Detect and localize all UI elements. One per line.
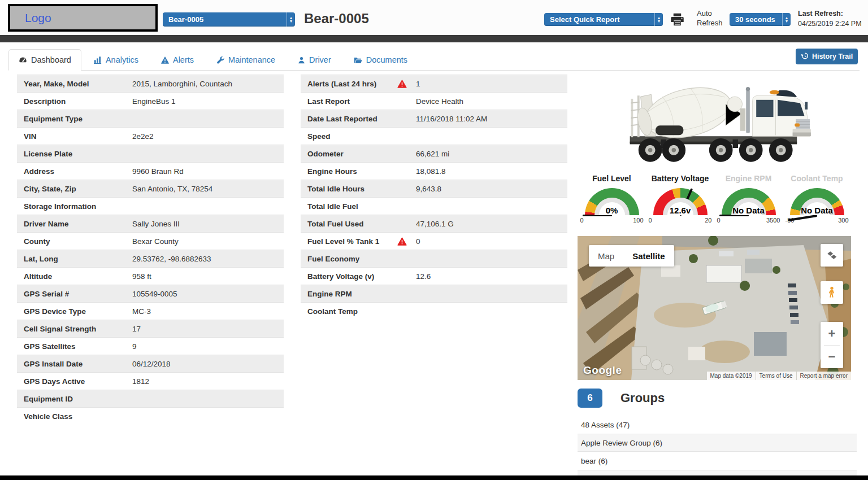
table-row: Last ReportDevice Health — [301, 92, 567, 110]
quick-report-select[interactable]: Select Quick Report ▴▾ — [544, 13, 663, 26]
row-label-text: Last Report — [307, 97, 350, 106]
row-value: 17 — [132, 325, 284, 333]
row-label-text: GPS Install Date — [24, 360, 83, 368]
top-header: Logo Bear-0005 ▴▾ Bear-0005 Select Quick… — [0, 0, 868, 35]
print-icon[interactable] — [670, 12, 685, 28]
table-row: GPS Install Date06/12/2018 — [17, 355, 284, 372]
tab-maintenance[interactable]: Maintenance — [206, 49, 285, 71]
driver-icon — [298, 56, 305, 64]
row-label: Total Idle Fuel — [301, 202, 416, 211]
gauge-title: Battery Voltage — [652, 174, 709, 183]
gauge-arc: 0% — [585, 188, 639, 215]
table-row: Vehicle Class — [17, 407, 284, 425]
row-label-text: Odometer — [307, 150, 344, 158]
zoom-out-button[interactable]: − — [821, 346, 843, 368]
row-label-text: Equipment ID — [24, 395, 73, 403]
groups-count-badge: 6 — [578, 389, 602, 408]
tab-analytics[interactable]: Analytics — [84, 49, 149, 71]
zoom-control: + − — [821, 322, 843, 368]
table-row: GPS Device TypeMC-3 — [17, 302, 284, 320]
row-value: 66,621 mi — [416, 150, 567, 158]
row-label-text: Fuel Level % Tank 1 — [307, 237, 379, 246]
row-label-text: Driver Name — [24, 220, 69, 228]
group-item[interactable]: 48 Assets (47) — [578, 416, 857, 434]
groups-title: Groups — [620, 391, 665, 405]
tab-label: Driver — [309, 55, 331, 64]
pegman-button[interactable] — [821, 281, 843, 304]
gauge-battery-voltage: Battery Voltage12.6v020 — [646, 174, 714, 224]
dashboard-page: Logo Bear-0005 ▴▾ Bear-0005 Select Quick… — [0, 0, 868, 480]
asset-select[interactable]: Bear-0005 ▴▾ — [163, 12, 295, 27]
group-item[interactable]: bear (6) — [578, 452, 857, 470]
documents-icon — [354, 56, 362, 64]
row-label: Lat, Long — [17, 255, 132, 263]
last-refresh-label: Last Refresh: — [798, 8, 862, 19]
row-value: San Antonio, TX, 78254 — [132, 185, 284, 193]
row-label: Last Report — [301, 97, 416, 106]
google-logo[interactable]: Google — [583, 364, 622, 377]
gauge-value: No Data — [722, 206, 776, 215]
table-row: Fuel Level % Tank 10 — [301, 232, 567, 250]
tab-alerts[interactable]: Alerts — [151, 49, 204, 71]
row-label: County — [17, 237, 132, 246]
row-value: Bexar County — [132, 237, 284, 246]
row-value: MC-3 — [132, 307, 284, 316]
tab-dashboard[interactable]: Dashboard — [8, 49, 81, 71]
row-label: Equipment ID — [17, 395, 132, 403]
row-value: 9960 Braun Rd — [132, 167, 284, 176]
row-label: GPS Satellites — [17, 342, 132, 351]
tab-documents[interactable]: Documents — [344, 49, 418, 71]
gauge-max-label: 20 — [705, 217, 711, 224]
table-row: Cell Signal Strength17 — [17, 320, 284, 337]
gauge-value: 0% — [585, 206, 639, 215]
row-label: Odometer — [301, 150, 416, 158]
location-map[interactable]: Map Satellite + − Google Map data ©2019 … — [578, 236, 851, 380]
map-data-credit: Map data ©2019 — [707, 372, 756, 380]
report-map-error-link[interactable]: Report a map error — [797, 372, 851, 380]
history-trail-button[interactable]: History Trail — [796, 49, 858, 64]
select-arrows-icon: ▴▾ — [654, 13, 663, 26]
row-label-text: Vehicle Class — [24, 412, 72, 421]
row-label: Battery Voltage (v) — [301, 272, 416, 281]
group-item[interactable]: Apple Review Group (6) — [578, 434, 857, 452]
row-label-text: VIN — [24, 132, 37, 141]
row-value: Sally Jones III — [132, 220, 284, 228]
bottom-edge-bar — [0, 475, 868, 480]
map-button[interactable]: Map — [589, 245, 623, 267]
table-row: Engine RPM — [301, 285, 567, 302]
row-label: Storage Information — [17, 202, 132, 211]
row-value: 105549-0005 — [132, 290, 284, 298]
gauge-value: 12.6v — [653, 206, 708, 215]
row-label: License Plate — [17, 150, 132, 158]
gauge-max-label: 3500 — [766, 217, 780, 224]
tilt-view-button[interactable] — [821, 244, 843, 267]
row-label-text: Speed — [307, 132, 331, 141]
gauge-arc: 12.6v — [653, 188, 708, 215]
table-row: Battery Voltage (v)12.6 — [301, 267, 567, 285]
row-label: Engine RPM — [301, 290, 416, 298]
zoom-in-button[interactable]: + — [821, 322, 843, 345]
table-row: Alerts (Last 24 hrs)1 — [301, 75, 567, 92]
last-refresh: Last Refresh: 04/25/2019 2:24 PM — [798, 8, 862, 29]
row-label: Date Last Reported — [301, 115, 416, 123]
tab-label: Analytics — [106, 55, 138, 64]
row-label-text: Description — [24, 97, 66, 106]
maintenance-icon — [216, 56, 224, 64]
mixer-truck-image — [616, 75, 819, 171]
table-row: GPS Days Active1812 — [17, 372, 284, 390]
page-title: Bear-0005 — [304, 11, 369, 27]
terms-of-use-link[interactable]: Terms of Use — [756, 372, 796, 380]
refresh-interval-value: 30 seconds — [735, 15, 775, 24]
row-label-text: Coolant Temp — [307, 307, 358, 316]
tab-driver[interactable]: Driver — [288, 49, 341, 71]
row-label-text: Cell Signal Strength — [24, 325, 96, 333]
row-label: Coolant Temp — [301, 307, 416, 316]
satellite-button[interactable]: Satellite — [623, 245, 674, 267]
row-label: GPS Install Date — [17, 360, 132, 368]
gauge-coolant-temp: Coolant TempNo Data-50300 — [783, 174, 851, 224]
row-label-text: Total Idle Hours — [307, 185, 364, 193]
status-info-table: Alerts (Last 24 hrs)1Last ReportDevice H… — [301, 75, 567, 320]
refresh-interval-select[interactable]: 30 seconds ▴▾ — [730, 13, 791, 26]
row-label-text: Fuel Economy — [307, 255, 359, 263]
row-value: 06/12/2018 — [132, 360, 284, 368]
